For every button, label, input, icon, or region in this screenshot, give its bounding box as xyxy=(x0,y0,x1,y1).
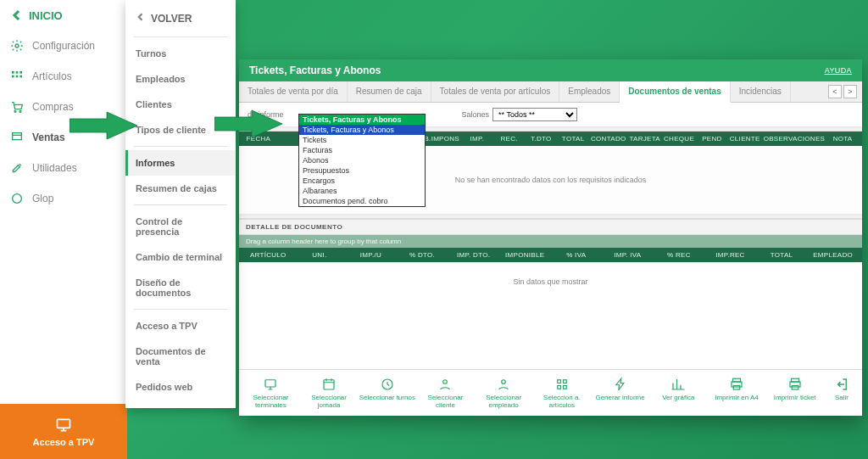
grid1-col[interactable]: CLIENTE xyxy=(730,135,760,143)
sidebar-item-utilidades[interactable]: Utilidades xyxy=(0,153,126,183)
grid2-col[interactable]: TOTAL xyxy=(758,251,806,259)
dropdown-option[interactable]: Abonos xyxy=(299,155,425,165)
submenu-item-control-de-presencia[interactable]: Control de presencia xyxy=(125,209,236,244)
grid2-col[interactable]: IMPONIBLE xyxy=(501,251,549,259)
dropdown-option[interactable]: Albaranes xyxy=(299,186,425,196)
svg-rect-2 xyxy=(16,71,19,74)
svg-rect-4 xyxy=(12,76,14,78)
submenu-back-label: VOLVER xyxy=(151,13,192,25)
help-link[interactable]: AYUDA xyxy=(825,66,852,75)
tab-next-button[interactable]: > xyxy=(843,85,857,98)
submenu-item-documentos-de-venta[interactable]: Documentos de venta xyxy=(125,339,236,374)
toolbar-generar-informe[interactable]: Generar informe xyxy=(592,375,648,411)
tab-5[interactable]: Incidencias xyxy=(731,81,791,102)
sidebar-item-glop[interactable]: Glop xyxy=(0,183,126,214)
sidebar-item-configuración[interactable]: Configuración xyxy=(0,31,126,61)
svg-rect-14 xyxy=(265,380,275,387)
toolbar-imprimir-en-a-[interactable]: Imprimir en A4 xyxy=(709,375,765,411)
grid1-col[interactable]: CHEQUE xyxy=(664,135,694,143)
submenu-item-pedidos-web[interactable]: Pedidos web xyxy=(125,374,236,400)
salones-select[interactable]: ** Todos ** xyxy=(492,108,577,121)
dropdown-selected[interactable]: Tickets, Facturas y Abonos xyxy=(299,115,425,125)
grid1-empty-text: No se han encontrado datos con los requi… xyxy=(455,176,647,184)
submenu-item-diseño-de-documentos[interactable]: Diseño de documentos xyxy=(125,270,236,305)
dropdown-option[interactable]: Tickets xyxy=(299,135,425,145)
toolbar-seleccionar-turnos[interactable]: Seleccionar turnos xyxy=(359,375,415,411)
toolbar-seleccionar-jornada[interactable]: Seleccionar jornada xyxy=(301,375,358,411)
grid2-col[interactable]: ARTÍCULO xyxy=(244,251,292,259)
sidebar-back[interactable]: INICIO xyxy=(0,0,126,31)
submenu-item-resumen-de-cajas[interactable]: Resumen de cajas xyxy=(125,176,236,201)
sidebar-item-artículos[interactable]: Artículos xyxy=(0,61,126,92)
grid1-col[interactable]: IMP. xyxy=(463,135,492,143)
dropdown-option[interactable]: Tickets, Facturas y Abonos xyxy=(299,125,425,135)
user-icon xyxy=(437,377,453,392)
grid2-col[interactable]: IMP. IVA xyxy=(604,251,652,259)
svg-rect-11 xyxy=(58,419,70,428)
informe-dropdown-open[interactable]: Tickets, Facturas y Abonos Tickets, Fact… xyxy=(298,114,426,207)
submenu-item-acceso-a-tpv[interactable]: Acceso a TPV xyxy=(125,313,236,339)
grid1-col[interactable]: TOTAL xyxy=(559,135,587,143)
toolbar-label: Generar informe xyxy=(595,395,644,401)
bottom-toolbar: Seleccionar terminalesSeleccionar jornad… xyxy=(239,369,862,416)
grid1-col[interactable]: FECHA xyxy=(244,135,273,143)
svg-rect-22 xyxy=(563,386,566,389)
grid2-col[interactable]: % IVA xyxy=(552,251,600,259)
documentos-window: Tickets, Facturas y Abonos AYUDA Totales… xyxy=(239,59,862,416)
toolbar-label: Salir xyxy=(835,395,849,401)
dropdown-option[interactable]: Documentos pend. cobro xyxy=(299,196,425,206)
grid2-col[interactable]: IMP./U xyxy=(347,251,395,259)
toolbar-seleccionar-cliente[interactable]: Seleccionar cliente xyxy=(417,375,474,411)
toolbar-seleccionar-terminales[interactable]: Seleccionar terminales xyxy=(242,375,299,411)
grid1-col[interactable]: REC. xyxy=(495,135,524,143)
tab-3[interactable]: Empleados xyxy=(559,81,620,102)
svg-rect-25 xyxy=(733,386,740,390)
tab-1[interactable]: Resumen de caja xyxy=(348,81,431,102)
grid1-col[interactable]: OBSERVACIONES xyxy=(764,135,826,143)
tab-2[interactable]: Totales de venta por artículos xyxy=(431,81,560,102)
tab-prev-button[interactable]: < xyxy=(828,85,842,98)
sidebar-item-label: Glop xyxy=(32,193,53,204)
submenu-item-informes[interactable]: Informes xyxy=(125,150,236,176)
toolbar-label: Seleccionar turnos xyxy=(359,395,415,401)
submenu-item-cambio-de-terminal[interactable]: Cambio de terminal xyxy=(125,244,236,270)
submenu-back[interactable]: VOLVER xyxy=(125,0,236,33)
grid2-col[interactable]: IMP. DTO. xyxy=(449,251,498,259)
toolbar-seleccionar-empleado[interactable]: Seleccionar empleado xyxy=(476,375,532,411)
submenu-item-turnos[interactable]: Turnos xyxy=(125,41,236,66)
sidebar-item-compras[interactable]: Compras xyxy=(0,92,126,122)
tab-0[interactable]: Totales de venta por día xyxy=(239,81,348,102)
grid1-col[interactable]: NOTA xyxy=(828,135,857,143)
toolbar-imprimir-ticket[interactable]: Imprimir ticket xyxy=(766,375,823,411)
tab-4[interactable]: Documentos de ventas xyxy=(620,81,730,103)
toolbar-ver-gr-fica[interactable]: Ver gráfica xyxy=(650,375,707,411)
grid1-col[interactable]: CONTADO xyxy=(591,135,626,143)
submenu-item-empleados[interactable]: Empleados xyxy=(125,66,236,92)
submenu-item-clientes[interactable]: Clientes xyxy=(125,92,236,117)
submenu-item-tipos-de-cliente[interactable]: Tipos de cliente xyxy=(125,117,236,143)
dropdown-option[interactable]: Encargos xyxy=(299,176,425,186)
grid2-header: ARTÍCULOUNI.IMP./U% DTO.IMP. DTO.IMPONIB… xyxy=(239,248,862,262)
tab-scroll-nav: < > xyxy=(823,81,862,102)
grid2-col[interactable]: EMPLEADO xyxy=(809,251,857,259)
calendar-icon xyxy=(321,377,337,392)
sidebar-item-ventas[interactable]: Ventas xyxy=(0,122,126,153)
acceso-tpv-button[interactable]: Acceso a TPV xyxy=(0,404,127,459)
sidebar-item-label: Compras xyxy=(32,101,74,113)
grid1-col[interactable]: PEND xyxy=(698,135,726,143)
dropdown-option[interactable]: Facturas xyxy=(299,145,425,155)
detail-section-header[interactable]: DETALLE DE DOCUMENTO xyxy=(239,219,862,235)
svg-point-17 xyxy=(443,380,448,384)
filter-salones-label: Salones xyxy=(462,110,490,119)
toolbar-salir[interactable]: Salir xyxy=(825,375,859,411)
grid1-col[interactable]: TARJETA xyxy=(630,135,660,143)
bolt-icon xyxy=(613,377,628,392)
grid2-col[interactable]: UNI. xyxy=(296,251,344,259)
toolbar-seleccion-a-art-culos[interactable]: Seleccion a. artículos xyxy=(534,375,591,411)
grid2-col[interactable]: % REC xyxy=(655,251,704,259)
dropdown-option[interactable]: Presupuestos xyxy=(299,165,425,176)
svg-rect-19 xyxy=(558,380,561,383)
grid2-col[interactable]: IMP.REC xyxy=(706,251,754,259)
grid2-col[interactable]: % DTO. xyxy=(398,251,447,259)
grid1-col[interactable]: T.DTO xyxy=(527,135,556,143)
